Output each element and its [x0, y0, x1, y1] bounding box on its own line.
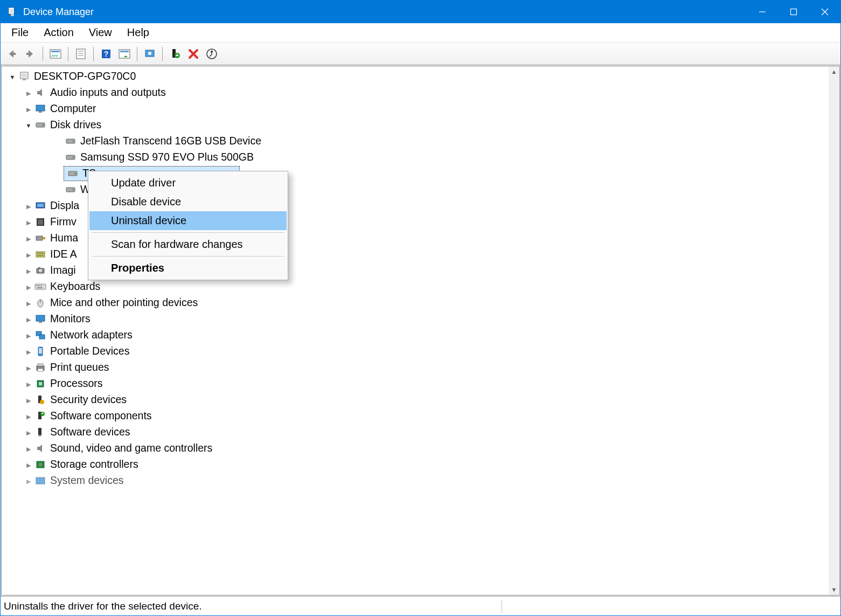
caret-icon[interactable] [23, 394, 34, 406]
caret-icon[interactable] [7, 71, 18, 82]
caret-icon[interactable] [23, 249, 34, 260]
caret-icon[interactable] [23, 443, 34, 454]
node-label: Firmv [50, 214, 77, 230]
svg-rect-1 [10, 9, 13, 13]
monitor-icon [34, 313, 47, 325]
uninstall-device-button[interactable] [185, 46, 201, 62]
update-driver-button[interactable] [142, 46, 158, 62]
menu-action[interactable]: Action [36, 23, 81, 42]
caret-icon[interactable] [23, 103, 34, 115]
tree-item-sw-devices[interactable]: Software devices [2, 424, 839, 440]
caret-icon[interactable] [23, 281, 34, 293]
tree-item-portable[interactable]: Portable Devices [2, 343, 839, 359]
ctx-disable-device[interactable]: Disable device [89, 192, 287, 211]
caret-icon[interactable] [23, 427, 34, 438]
scroll-up-icon[interactable]: ▲ [829, 66, 839, 77]
caret-icon[interactable] [23, 411, 34, 422]
caret-icon[interactable] [23, 200, 34, 212]
show-hidden-button[interactable] [47, 46, 64, 62]
firmware-icon [34, 216, 47, 228]
printer-icon [34, 362, 47, 373]
caret-icon[interactable] [23, 87, 34, 99]
audio-icon [34, 87, 47, 99]
caret-icon[interactable] [23, 362, 34, 373]
svg-rect-42 [38, 219, 43, 225]
svg-rect-53 [38, 285, 39, 286]
ctx-update-driver[interactable]: Update driver [89, 174, 287, 192]
svg-point-77 [39, 463, 42, 466]
svg-point-34 [73, 157, 74, 158]
svg-point-30 [43, 124, 44, 126]
caret-icon[interactable] [23, 378, 34, 390]
caret-icon[interactable] [23, 459, 34, 470]
enable-device-button[interactable] [167, 46, 183, 62]
ctx-scan-changes[interactable]: Scan for hardware changes [89, 235, 287, 254]
caret-icon[interactable] [23, 475, 34, 487]
svg-point-71 [40, 400, 44, 404]
svg-rect-50 [38, 267, 40, 268]
caret-icon[interactable] [23, 217, 34, 228]
root-node[interactable]: DESKTOP-GPG70C0 [2, 68, 839, 85]
properties-button[interactable] [73, 46, 89, 62]
caret-icon[interactable] [23, 233, 34, 244]
tree-item-security[interactable]: Security devices [2, 392, 839, 408]
caret-icon[interactable] [23, 330, 34, 341]
node-label: Network adapters [50, 327, 133, 343]
node-label: Huma [50, 230, 78, 246]
menu-view[interactable]: View [81, 23, 120, 42]
tree-item-monitors[interactable]: Monitors [2, 311, 839, 327]
tree-item-storage[interactable]: Storage controllers [2, 456, 839, 473]
ctx-properties[interactable]: Properties [89, 259, 287, 278]
svg-rect-51 [35, 284, 46, 289]
back-button[interactable] [4, 46, 20, 62]
tree-item-disk-drives[interactable]: Disk drives [2, 117, 839, 133]
svg-rect-43 [36, 236, 43, 240]
menubar: File Action View Help [1, 23, 840, 43]
svg-rect-74 [38, 428, 41, 435]
caret-icon[interactable] [23, 346, 34, 357]
ctx-uninstall-device[interactable]: Uninstall device [89, 211, 287, 230]
tree-container: DESKTOP-GPG70C0 Audio inputs and outputs… [1, 66, 840, 596]
caret-icon[interactable] [23, 314, 34, 325]
minimize-button[interactable] [747, 1, 778, 23]
menu-help[interactable]: Help [120, 23, 157, 42]
scroll-track[interactable] [829, 77, 839, 584]
node-label: Keyboards [50, 279, 100, 294]
scan-changes-button[interactable] [204, 46, 220, 62]
processor-icon [34, 378, 47, 390]
tree-item-jetflash[interactable]: JetFlash Transcend 16GB USB Device [2, 133, 839, 149]
vertical-scrollbar[interactable]: ▲ ▼ [829, 66, 839, 595]
scroll-down-icon[interactable]: ▼ [829, 584, 839, 595]
close-button[interactable] [809, 1, 840, 23]
disk-icon [64, 184, 77, 196]
node-label: Security devices [50, 392, 127, 407]
svg-rect-62 [39, 335, 45, 339]
tree-item-processors[interactable]: Processors [2, 376, 839, 392]
node-label: Audio inputs and outputs [50, 85, 166, 100]
menu-file[interactable]: File [4, 23, 36, 42]
tree-item-system[interactable]: System devices [2, 473, 839, 489]
node-label: Mice and other pointing devices [50, 295, 198, 310]
ide-icon [34, 248, 47, 260]
caret-icon[interactable] [23, 265, 34, 276]
toolbar-separator [162, 47, 163, 61]
tree-item-samsung-ssd[interactable]: Samsung SSD 970 EVO Plus 500GB [2, 149, 839, 165]
tree-item-mice[interactable]: Mice and other pointing devices [2, 295, 839, 311]
node-label: Disk drives [50, 117, 101, 133]
help-button[interactable]: ? [98, 46, 114, 62]
tree-item-sw-components[interactable]: Software components [2, 408, 839, 424]
svg-point-38 [73, 189, 74, 191]
tree-item-sound[interactable]: Sound, video and game controllers [2, 440, 839, 456]
tree-item-audio[interactable]: Audio inputs and outputs [2, 85, 839, 101]
scan-button[interactable] [116, 46, 133, 62]
caret-icon[interactable] [23, 120, 34, 131]
tree-item-computer[interactable]: Computer [2, 101, 839, 117]
svg-rect-45 [36, 252, 45, 257]
caret-icon[interactable] [23, 297, 34, 309]
tree-item-network[interactable]: Network adapters [2, 327, 839, 343]
tree-item-print[interactable]: Print queues [2, 359, 839, 376]
forward-button[interactable] [22, 46, 38, 62]
tree-item-keyboards[interactable]: Keyboards [2, 279, 839, 295]
svg-rect-56 [37, 287, 43, 288]
maximize-button[interactable] [778, 1, 809, 23]
